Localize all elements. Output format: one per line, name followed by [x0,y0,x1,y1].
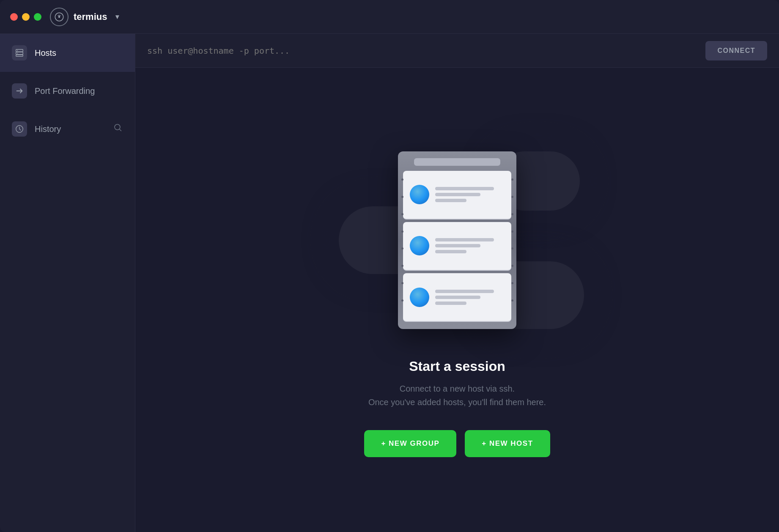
new-group-button[interactable]: + NEW GROUP [364,430,456,457]
svg-point-5 [17,50,18,51]
empty-state-title: Start a session [409,359,505,374]
rack-dot [401,282,403,284]
server-card-line [435,250,466,253]
server-card-line [435,244,480,247]
sidebar-item-history[interactable]: History [0,110,135,148]
server-card-2 [403,222,511,271]
rack-dot [511,213,513,215]
illustration [330,143,584,337]
server-avatar-2 [410,236,429,255]
minimize-button[interactable] [22,13,30,21]
server-card-lines-1 [435,187,505,202]
server-card-line [435,238,494,241]
server-card-line [435,302,466,305]
main-content: Start a session Connect to a new host vi… [135,68,779,532]
sidebar-item-port-forwarding[interactable]: Port Forwarding [0,72,135,110]
rack-dot [401,196,403,198]
server-avatar-1 [410,185,429,204]
server-card-line [435,290,494,293]
rack-dot [401,299,403,302]
connect-button[interactable]: CONNECT [705,41,767,60]
app-logo: termius ▾ [50,8,119,26]
description-line-2: Once you've added hosts, you'll find the… [368,398,546,407]
rack-dot [511,196,513,198]
search-bar: CONNECT [135,34,779,68]
rack-dot [511,265,513,267]
rack-dot [511,299,513,302]
svg-point-6 [17,53,18,54]
rack-dots-right [510,173,514,308]
server-card-line [435,199,466,202]
sidebar-history-label: History [35,124,105,134]
server-card-line [435,296,480,299]
rack-dots-left [400,173,404,308]
empty-state-description: Connect to a new host via ssh. Once you'… [368,382,546,409]
rack-dot [511,230,513,233]
rack-dot [401,265,403,267]
server-card-line [435,193,480,196]
server-card-lines-3 [435,290,505,305]
svg-rect-3 [16,52,23,55]
rack-dot [401,247,403,250]
svg-rect-2 [16,49,23,52]
content-area: CONNECT [135,34,779,532]
port-forwarding-icon [12,83,27,99]
server-avatar-3 [410,288,429,307]
main-layout: Hosts Port Forwarding [0,34,779,532]
titlebar: termius ▾ [0,0,779,34]
action-buttons: + NEW GROUP + NEW HOST [364,430,550,457]
app-name-label: termius [74,11,107,22]
new-host-button[interactable]: + NEW HOST [465,430,550,457]
server-card-1 [403,171,511,219]
traffic-lights [10,13,41,21]
server-card-line [435,187,494,190]
app-dropdown-arrow[interactable]: ▾ [115,13,119,21]
description-line-1: Connect to a new host via ssh. [400,384,515,393]
search-icon[interactable] [113,123,123,135]
sidebar-hosts-label: Hosts [35,48,123,58]
rack-dot [511,282,513,284]
rack-dot [401,230,403,233]
server-card-lines-2 [435,238,505,253]
rack-dot [401,178,403,181]
svg-rect-4 [16,55,23,57]
rack-top-bar [414,158,501,166]
app-logo-icon [50,8,69,26]
sidebar: Hosts Port Forwarding [0,34,135,532]
sidebar-port-forwarding-label: Port Forwarding [35,86,123,96]
rack-dot [511,247,513,250]
hosts-icon [12,45,27,60]
server-card-3 [403,273,511,322]
rack-dot [511,178,513,181]
server-rack [398,151,516,329]
ssh-input[interactable] [147,46,699,56]
rack-dot [401,213,403,215]
close-button[interactable] [10,13,18,21]
history-icon [12,121,27,137]
maximize-button[interactable] [34,13,41,21]
sidebar-item-hosts[interactable]: Hosts [0,34,135,72]
svg-point-1 [58,16,60,17]
app-window: termius ▾ Hosts [0,0,779,532]
